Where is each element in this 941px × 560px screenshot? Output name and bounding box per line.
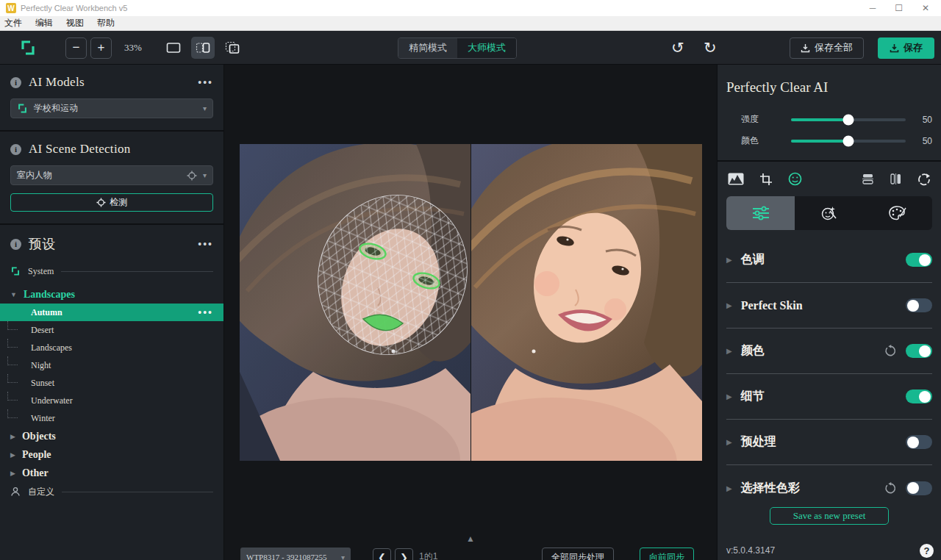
model-logo-icon	[17, 103, 28, 114]
selective-color-toggle[interactable]	[906, 481, 932, 495]
window-title: Perfectly Clear Workbench v5	[21, 4, 870, 12]
zoom-in-button[interactable]: +	[90, 37, 112, 59]
preset-group-objects[interactable]: ▶ Objects	[0, 427, 223, 445]
menu-view[interactable]: 视图	[66, 17, 84, 29]
reset-icon[interactable]	[884, 482, 897, 495]
section-details[interactable]: ▶ 细节	[726, 374, 932, 420]
preset-group-other[interactable]: ▶ Other	[0, 464, 223, 482]
section-tone[interactable]: ▶ 色调	[726, 237, 932, 283]
slider-thumb[interactable]	[843, 135, 854, 146]
previous-image-button[interactable]: ❮	[373, 548, 391, 560]
preset-item-winter[interactable]: Winter	[0, 409, 223, 427]
preprocess-toggle[interactable]	[906, 435, 932, 449]
presets-custom-row[interactable]: 自定义	[0, 482, 223, 501]
save-all-button[interactable]: 保存全部	[790, 37, 864, 59]
palette-icon	[888, 205, 907, 221]
section-color[interactable]: ▶ 颜色	[726, 329, 932, 374]
menu-edit[interactable]: 编辑	[35, 17, 53, 29]
flip-horizontal-icon[interactable]	[890, 173, 902, 185]
tab-color-palette[interactable]	[864, 196, 932, 230]
preset-item-landscapes[interactable]: Landscapes	[0, 339, 223, 356]
strength-slider[interactable]	[791, 118, 906, 121]
chevron-right-icon: ▶	[726, 256, 732, 264]
sync-forward-button[interactable]: 向前同步	[640, 548, 694, 560]
preset-group-landscapes[interactable]: ▼ Landscapes	[0, 285, 223, 304]
zoom-out-button[interactable]: −	[65, 37, 87, 59]
file-selector-dropdown[interactable]: WTP8317 - 3921087255 ▾	[240, 548, 351, 560]
preset-item-sunset[interactable]: Sunset	[0, 374, 223, 392]
download-icon	[890, 43, 899, 53]
menu-file[interactable]: 文件	[4, 17, 22, 29]
save-button[interactable]: 保存	[878, 37, 934, 59]
menu-help[interactable]: 帮助	[97, 17, 115, 29]
adjustment-tabbar	[726, 196, 932, 230]
slider-thumb[interactable]	[843, 114, 854, 125]
help-button[interactable]: ?	[920, 544, 934, 558]
strength-slider-label: 强度	[741, 113, 784, 126]
single-view-button[interactable]	[162, 37, 185, 59]
ai-scene-title: AI Scene Detection	[29, 142, 131, 157]
info-icon[interactable]: i	[10, 239, 21, 250]
mode-simple-tab[interactable]: 精简模式	[398, 38, 457, 58]
image-after[interactable]	[471, 144, 702, 461]
plus-icon: +	[98, 40, 105, 55]
preset-item-underwater[interactable]: Underwater	[0, 392, 223, 409]
undo-button[interactable]: ↺	[671, 37, 684, 59]
preset-item-autumn[interactable]: Autumn •••	[0, 304, 223, 321]
single-view-icon	[166, 42, 181, 54]
chevron-left-icon: ❮	[378, 552, 386, 560]
section-selective-color[interactable]: ▶ 选择性色彩	[726, 465, 932, 511]
info-icon[interactable]: i	[10, 77, 21, 88]
perfect-skin-toggle[interactable]	[906, 298, 932, 312]
preset-item-night[interactable]: Night	[0, 356, 223, 374]
details-toggle[interactable]	[906, 390, 932, 403]
info-icon[interactable]: i	[10, 144, 21, 155]
section-preprocess[interactable]: ▶ 预处理	[726, 420, 932, 465]
detect-button[interactable]: 检测	[10, 193, 213, 212]
zoom-level: 33%	[124, 42, 142, 54]
user-icon	[10, 487, 21, 497]
ai-model-dropdown[interactable]: 学校和运动 ▾	[10, 98, 213, 118]
tab-adjustments[interactable]	[726, 196, 795, 230]
app-icon: W	[6, 3, 16, 13]
face-retouch-icon	[820, 204, 838, 222]
tone-toggle[interactable]	[906, 253, 932, 267]
maximize-button[interactable]: ☐	[895, 4, 903, 12]
reset-icon[interactable]	[884, 345, 897, 357]
version-label: v:5.0.4.3147	[726, 545, 775, 556]
presets-title: 预设	[29, 235, 56, 253]
next-image-button[interactable]: ❯	[395, 548, 413, 560]
crop-icon[interactable]	[759, 173, 773, 186]
save-as-preset-button[interactable]: Save as new preset	[770, 507, 889, 525]
color-toggle[interactable]	[906, 344, 932, 358]
minimize-button[interactable]: ─	[870, 4, 876, 12]
image-canvas: ▲ WTP8317 - 3921087255 ▾ ❮ ❯ 1的1 全部同步处理 …	[224, 65, 717, 560]
chevron-expanded-icon: ▼	[10, 291, 17, 298]
redo-button[interactable]: ↻	[704, 37, 717, 59]
strength-slider-value: 50	[913, 115, 932, 125]
detect-target-icon	[187, 170, 197, 181]
chevron-down-icon: ▾	[341, 553, 345, 560]
redo-icon: ↻	[704, 39, 717, 57]
minus-icon: −	[73, 40, 80, 55]
compare-view-button[interactable]	[221, 37, 244, 59]
image-before[interactable]	[240, 144, 470, 461]
mode-master-tab[interactable]: 大师模式	[457, 38, 516, 58]
section-perfect-skin[interactable]: ▶ Perfect Skin	[726, 283, 932, 329]
presets-system-row[interactable]: System	[0, 262, 223, 281]
histogram-icon[interactable]	[728, 173, 744, 185]
close-button[interactable]: ✕	[922, 4, 929, 12]
sync-all-button[interactable]: 全部同步处理	[542, 548, 614, 560]
split-view-button[interactable]	[191, 37, 215, 59]
download-icon	[801, 43, 810, 53]
rotate-icon[interactable]	[917, 173, 931, 186]
detect-target-icon	[96, 198, 106, 207]
color-slider[interactable]	[791, 140, 906, 143]
preset-item-desert[interactable]: Desert	[0, 321, 223, 339]
flip-vertical-icon[interactable]	[862, 173, 874, 185]
scene-dropdown[interactable]: 室内人物 ▾	[10, 165, 213, 185]
tab-face-retouch[interactable]	[795, 196, 863, 230]
filmstrip-expander-icon[interactable]: ▲	[466, 534, 475, 544]
preset-group-people[interactable]: ▶ People	[0, 445, 223, 464]
face-detect-icon[interactable]	[788, 172, 802, 186]
